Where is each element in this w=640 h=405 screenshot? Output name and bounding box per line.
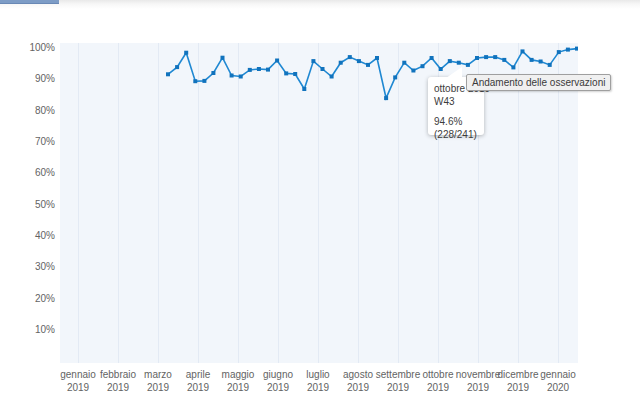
data-point-marker[interactable] (311, 59, 315, 63)
data-point-marker[interactable] (575, 47, 578, 51)
data-point-marker[interactable] (502, 58, 506, 62)
app-window: 100%90%80%70%60%50%40%30%20%10% gennaio2… (0, 0, 640, 405)
y-tick-label: 20% (0, 293, 55, 305)
data-point-marker[interactable] (339, 61, 343, 65)
data-point-marker[interactable] (393, 75, 397, 79)
data-point-marker[interactable] (484, 55, 488, 59)
data-point-marker[interactable] (384, 96, 388, 100)
data-point-marker[interactable] (257, 67, 261, 71)
data-point-marker[interactable] (457, 61, 461, 65)
data-point-marker[interactable] (430, 56, 434, 60)
data-point-marker[interactable] (566, 48, 570, 52)
y-tick-label: 40% (0, 230, 55, 242)
data-point-marker[interactable] (284, 71, 288, 75)
data-point-marker[interactable] (175, 65, 179, 69)
y-tick-label: 70% (0, 136, 55, 148)
data-point-marker[interactable] (548, 63, 552, 67)
data-point-marker[interactable] (184, 51, 188, 55)
data-point-marker[interactable] (375, 56, 379, 60)
observations-line-series[interactable] (60, 43, 578, 363)
data-point-marker[interactable] (539, 60, 543, 64)
data-point-marker[interactable] (211, 71, 215, 75)
data-point-marker[interactable] (475, 56, 479, 60)
native-title-tooltip: Andamento delle osservazioni (466, 74, 611, 91)
y-tick-label: 90% (0, 73, 55, 85)
data-point-marker[interactable] (402, 61, 406, 65)
y-tick-label: 100% (0, 42, 55, 54)
data-point-marker[interactable] (221, 56, 225, 60)
tooltip-spacer (434, 108, 484, 115)
data-point-marker[interactable] (530, 58, 534, 62)
data-point-marker[interactable] (411, 69, 415, 73)
x-tick-label: gennaio2020 (518, 368, 598, 394)
data-point-marker[interactable] (293, 72, 297, 76)
data-point-marker[interactable] (330, 75, 334, 79)
data-point-marker[interactable] (166, 72, 170, 76)
y-tick-label: 80% (0, 105, 55, 117)
page-top-shadow (0, 0, 640, 9)
data-point-marker[interactable] (275, 59, 279, 63)
data-point-marker[interactable] (266, 68, 270, 72)
data-point-marker[interactable] (302, 87, 306, 91)
y-tick-label: 50% (0, 199, 55, 211)
tooltip-pointer-icon (446, 67, 462, 78)
data-point-marker[interactable] (557, 50, 561, 54)
data-point-marker[interactable] (248, 68, 252, 72)
data-point-marker[interactable] (348, 55, 352, 59)
data-point-marker[interactable] (511, 65, 515, 69)
data-point-marker[interactable] (202, 79, 206, 83)
data-point-marker[interactable] (466, 63, 470, 67)
data-point-marker[interactable] (421, 64, 425, 68)
tooltip-week: W43 (434, 95, 484, 108)
data-point-marker[interactable] (239, 75, 243, 79)
data-point-marker[interactable] (193, 79, 197, 83)
tooltip-fraction: (228/241) (434, 128, 484, 141)
data-point-marker[interactable] (439, 67, 443, 71)
y-tick-label: 60% (0, 167, 55, 179)
data-point-marker[interactable] (230, 74, 234, 78)
y-tick-label: 10% (0, 324, 55, 336)
data-point-marker[interactable] (448, 59, 452, 63)
data-point-marker[interactable] (366, 63, 370, 67)
data-point-marker[interactable] (493, 55, 497, 59)
plot-area[interactable] (60, 43, 578, 363)
data-point-marker[interactable] (357, 59, 361, 63)
data-point-marker[interactable] (321, 67, 325, 71)
data-point-marker[interactable] (521, 49, 525, 53)
top-accent-bar (0, 0, 59, 4)
tooltip-value: 94.6% (434, 115, 484, 128)
y-tick-label: 30% (0, 261, 55, 273)
